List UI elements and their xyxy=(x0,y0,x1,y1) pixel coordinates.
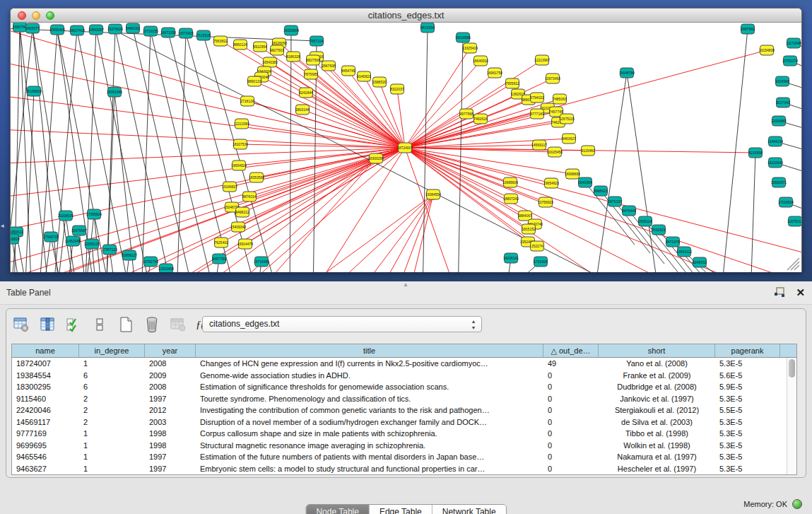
graph-node[interactable]: 7632621 xyxy=(652,225,666,235)
table-cell[interactable]: Changes of HCN gene expression and I(f) … xyxy=(196,358,543,370)
table-cell[interactable]: 1 xyxy=(79,440,145,452)
table-cell[interactable]: 2008 xyxy=(145,358,196,370)
table-cell[interactable]: Jankovic et al. (1997) xyxy=(599,393,715,405)
table-cell[interactable]: 2 xyxy=(79,404,145,416)
graph-node[interactable]: 7955812 xyxy=(505,78,519,88)
graph-node[interactable]: 6466162 xyxy=(126,23,140,33)
table-cell[interactable]: 2 xyxy=(79,393,145,405)
table-cell[interactable]: 19384554 xyxy=(12,370,79,382)
graph-node[interactable]: 30691406 xyxy=(49,25,65,35)
graph-node[interactable]: 14136141 xyxy=(503,253,519,263)
graph-node[interactable]: 9827508 xyxy=(306,55,320,65)
graph-node[interactable]: 15409348 xyxy=(230,222,246,232)
table-row[interactable]: 1938455462009Genome-wide association stu… xyxy=(12,370,796,382)
table-cell[interactable]: Yano et al. (2008) xyxy=(599,358,715,370)
column-header-in_degree[interactable]: in_degree xyxy=(79,344,145,357)
table-select-dropdown[interactable]: citations_edges.txt ▴▾ xyxy=(202,316,482,332)
graph-node[interactable]: 9498212 xyxy=(235,207,249,217)
graph-node[interactable]: 2405577 xyxy=(25,23,40,33)
table-row[interactable]: 2242004622012Investigating the contribut… xyxy=(12,404,796,416)
table-cell[interactable]: Investigating the contribution of common… xyxy=(196,404,543,416)
table-cell[interactable]: 0 xyxy=(543,451,599,463)
graph-node[interactable]: 20206535 xyxy=(58,211,73,221)
graph-node[interactable]: 30975687 xyxy=(71,226,87,235)
table-cell[interactable]: 1997 xyxy=(145,463,196,475)
float-panel-icon[interactable] xyxy=(774,286,786,298)
vertical-scrollbar[interactable] xyxy=(787,358,796,474)
graph-node[interactable]: 16671358 xyxy=(160,28,176,37)
graph-node[interactable]: 16627418 xyxy=(69,25,85,35)
graph-node[interactable]: 8471676 xyxy=(666,237,680,247)
graph-node[interactable]: 10958127 xyxy=(122,250,137,260)
table-cell[interactable]: 1997 xyxy=(145,451,196,463)
table-cell[interactable]: 1 xyxy=(79,358,145,370)
node-layer[interactable]: 1660744240557730691406166274181065328715… xyxy=(11,23,801,272)
graph-node[interactable]: 16648784 xyxy=(619,68,635,78)
graph-node[interactable]: 252274 xyxy=(531,241,544,251)
black-edge[interactable] xyxy=(133,28,194,272)
red-edge[interactable] xyxy=(405,148,801,256)
graph-node[interactable]: 1660744 xyxy=(13,23,27,32)
table-cell[interactable]: 9465546 xyxy=(12,451,79,463)
table-cell[interactable]: 1 xyxy=(79,463,145,475)
table-cell[interactable]: Embryonic stem cells: a model to study s… xyxy=(196,463,543,475)
table-row[interactable]: 969969511998Structural magnetic resonanc… xyxy=(12,440,796,452)
column-header-year[interactable]: year xyxy=(145,344,196,357)
table-cell[interactable]: 9777169 xyxy=(12,428,79,440)
table-cell[interactable]: Nakamura et al. (1997) xyxy=(599,451,715,463)
graph-node[interactable]: 16961758 xyxy=(487,68,502,78)
scrollbar-thumb[interactable] xyxy=(789,359,795,378)
graph-node[interactable]: 16210643 xyxy=(767,158,783,168)
table-cell[interactable]: 0 xyxy=(543,370,599,382)
tab-edge-table[interactable]: Edge Table xyxy=(370,505,433,514)
graph-node[interactable]: 16782759 xyxy=(143,257,158,267)
graph-node[interactable]: 11675312 xyxy=(787,216,801,226)
table-cell[interactable]: 9463627 xyxy=(12,463,79,475)
graph-node[interactable]: 8988923 xyxy=(594,186,608,196)
table-cell[interactable]: Dudbridge et al. (2008) xyxy=(599,381,715,393)
graph-node[interactable]: 19218586 xyxy=(455,33,471,42)
graph-node[interactable]: 9827503 xyxy=(270,45,284,55)
table-cell[interactable]: Stergiakouli et al. (2012) xyxy=(599,404,715,416)
table-cell[interactable]: de Silva et al. (2003) xyxy=(599,416,715,428)
graph-node[interactable]: 1815152 xyxy=(522,224,536,234)
graph-node[interactable]: 15716485 xyxy=(254,257,269,267)
table-cell[interactable]: 5.6E-5 xyxy=(715,370,780,382)
graph-node[interactable]: 10653287 xyxy=(88,25,104,35)
table-cell[interactable]: 9699695 xyxy=(12,440,79,452)
red-edge[interactable] xyxy=(11,23,405,148)
graph-node[interactable]: 9329966 xyxy=(775,76,789,86)
red-edge[interactable] xyxy=(405,148,755,153)
table-cell[interactable]: Structural magnetic resonance image aver… xyxy=(196,440,543,452)
graph-node[interactable]: 15276024 xyxy=(107,24,123,34)
graph-node[interactable]: 25166829 xyxy=(26,86,42,96)
graph-node[interactable]: 12093882 xyxy=(771,116,787,126)
graph-node[interactable]: 7875685 xyxy=(304,69,318,79)
row-height-button[interactable] xyxy=(90,315,109,334)
graph-node[interactable]: 8813054 xyxy=(420,23,435,33)
graph-node[interactable]: 11172648 xyxy=(786,38,801,48)
panel-collapse-arrow[interactable]: ◂ xyxy=(1,222,4,229)
table-cell[interactable]: 0 xyxy=(543,404,599,416)
graph-node[interactable]: 1588520 xyxy=(372,77,387,87)
table-cell[interactable]: 5.3E-5 xyxy=(715,451,780,463)
table-cell[interactable]: Genome-wide association studies in ADHD. xyxy=(196,370,543,382)
black-edge[interactable] xyxy=(751,153,755,272)
graph-node[interactable]: 10688609 xyxy=(502,177,518,187)
graph-node[interactable]: 12923468 xyxy=(158,264,174,272)
black-edge[interactable] xyxy=(594,73,627,272)
table-cell[interactable]: 5.5E-5 xyxy=(715,404,780,416)
graph-node[interactable]: 10025458 xyxy=(547,147,563,157)
graph-node[interactable]: 16053809 xyxy=(283,25,299,35)
network-window-titlebar[interactable]: citations_edges.txt xyxy=(11,8,801,23)
graph-node[interactable]: 8878314 xyxy=(242,192,257,201)
black-edge[interactable] xyxy=(186,33,258,272)
tab-node-table[interactable]: Node Table xyxy=(306,505,370,514)
graph-node[interactable]: 9115460 xyxy=(581,146,594,156)
graph-node[interactable]: 7563822 xyxy=(213,36,228,46)
graph-node[interactable]: 7485063 xyxy=(553,94,567,104)
memory-status-icon[interactable] xyxy=(792,499,802,509)
table-cell[interactable]: Wolkin et al. (1998) xyxy=(599,440,715,452)
new-table-button[interactable] xyxy=(117,315,135,334)
graph-node[interactable]: 9245652 xyxy=(693,257,707,267)
